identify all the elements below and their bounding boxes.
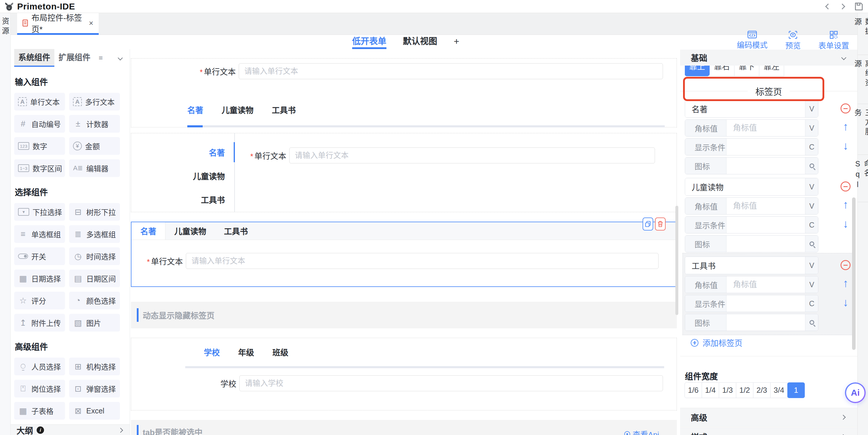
palette-item-time-picker[interactable]: ◷时间选择 [69,247,120,265]
advanced-section-header[interactable]: 高级 [680,408,857,427]
palette-item-post-select[interactable]: ⍞岗位选择 [14,380,65,398]
save-icon[interactable] [855,2,863,11]
expand-advanced-icon[interactable] [841,415,846,420]
palette-item-excel[interactable]: ⊠Excel [69,402,120,420]
icon-input[interactable] [726,236,805,252]
single-line-text-input[interactable] [289,148,655,163]
tab-reference-books[interactable]: 工具书 [215,222,257,240]
dock-third-party-services[interactable]: 三方服务 [858,104,868,155]
palette-item-amount[interactable]: ¥金额 [69,137,120,155]
palette-item-single-line-text[interactable]: A单行文本 [14,93,65,111]
palette-item-color-picker[interactable]: ◔颜色选择 [69,292,120,309]
tab-grade[interactable]: 年级 [238,346,254,358]
badge-value-input[interactable] [726,276,805,293]
dock-data-source[interactable]: 数据源 [858,13,868,55]
tab-name-input[interactable] [685,178,805,195]
basic-section-header[interactable]: 基础 [680,50,857,66]
tabs-widget-school[interactable]: 学校 年级 班级 学校 [131,338,677,410]
variable-suffix-button[interactable]: V [805,100,818,117]
variable-suffix-button[interactable]: V [805,120,818,136]
condition-input[interactable] [726,138,805,155]
position-bottom-button[interactable]: 靠下 [734,66,759,76]
move-tab-down-button[interactable]: ↓ [840,297,851,308]
palette-item-image[interactable]: ▧图片 [69,314,120,332]
move-tab-up-button[interactable]: ↑ [840,278,851,289]
palette-item-date-picker[interactable]: ▦日期选择 [14,270,65,287]
width-full-button[interactable]: 1 [787,382,805,398]
variable-suffix-button[interactable]: V [805,257,818,274]
palette-item-number[interactable]: 123数字 [14,137,65,155]
add-view-button[interactable]: + [454,35,459,49]
palette-item-attachment-upload[interactable]: ↥附件上传 [14,314,65,332]
palette-item-checkbox-group[interactable]: ≣多选框组 [69,225,120,243]
palette-item-editor[interactable]: A≣编辑器 [69,159,120,177]
style-section-header[interactable]: 样式 [680,427,857,435]
width-1-6-button[interactable]: 1/6 [685,382,702,398]
remove-tab-button[interactable] [840,182,851,191]
tab-school[interactable]: 学校 [204,346,220,358]
tab-reference-books[interactable]: 工具书 [272,104,296,116]
tab-name-input[interactable] [685,100,805,117]
outline-expand-icon[interactable] [118,428,123,433]
condition-suffix-button[interactable]: C [805,295,818,312]
move-tab-up-button[interactable]: ↑ [840,199,851,210]
file-tab[interactable]: 布局控件-标签页* × [17,13,99,35]
single-line-text-input[interactable] [186,253,658,269]
outline-bar[interactable]: 大纲 i [11,424,130,435]
remove-tab-button[interactable] [840,260,851,270]
icon-input[interactable] [726,157,805,174]
tabs-widget-left[interactable]: 名著 儿童读物 工具书 *单行文本 [131,133,677,212]
icon-input[interactable] [726,314,805,331]
move-tab-up-button[interactable]: ↑ [840,121,851,132]
tabs-widget-card-selected[interactable]: 名著 儿童读物 工具书 *单行文本 [131,222,677,287]
dock-resources[interactable]: 资源 [0,17,10,37]
move-tab-down-button[interactable]: ↓ [840,218,851,229]
width-3-4-button[interactable]: 3/4 [770,382,788,398]
tab-famous-books[interactable]: 名著 [187,104,203,116]
palette-item-switch[interactable]: 开关 [14,247,65,265]
icon-search-button[interactable] [805,157,818,174]
tab-reference-books[interactable]: 工具书 [131,188,234,211]
palette-item-person-select[interactable]: ⍜人员选择 [14,358,65,375]
dock-offline-resources[interactable]: 离线资源 [858,55,868,104]
copy-widget-button[interactable] [643,218,653,230]
icon-search-button[interactable] [805,236,818,252]
view-api-link[interactable]: 查看Api [624,429,659,435]
width-1-2-button[interactable]: 1/2 [736,382,753,398]
code-mode-button[interactable]: 编码模式 [737,31,768,51]
position-top-button[interactable]: 靠上 [685,66,710,76]
dock-named-sql[interactable]: 命名Sql [858,155,868,202]
tab-children-books[interactable]: 儿童读物 [222,104,253,116]
badge-value-input[interactable] [726,120,805,136]
tab-children-books[interactable]: 儿童读物 [165,222,215,240]
palette-item-popup-select[interactable]: ⊡弹窗选择 [69,380,120,398]
preview-button[interactable]: 预览 [785,31,801,51]
tabs-widget-top[interactable]: *单行文本 名著 儿童读物 工具书 [131,58,677,127]
palette-item-auto-number[interactable]: #自动编号 [14,115,65,133]
palette-item-rating[interactable]: ☆评分 [14,292,65,309]
tab-famous-books[interactable]: 名著 [131,141,234,164]
tab-default-view[interactable]: 默认视图 [403,35,437,49]
school-input[interactable] [239,375,663,391]
collapse-basic-icon[interactable] [841,55,846,60]
palette-item-org-select[interactable]: ⊞机构选择 [69,358,120,375]
tab-class[interactable]: 班级 [272,346,288,358]
palette-item-sub-table[interactable]: ▦子表格 [14,402,65,420]
condition-suffix-button[interactable]: C [805,217,818,233]
palette-item-date-range[interactable]: ▤日期区间 [69,270,120,287]
single-line-text-input[interactable] [239,63,663,79]
palette-item-counter[interactable]: ±计数器 [69,115,120,133]
condition-input[interactable] [726,295,805,312]
width-1-3-button[interactable]: 1/3 [719,382,736,398]
ai-assistant-button[interactable]: Ai [845,382,866,403]
tab-system-components[interactable]: 系统组件 [14,49,54,67]
width-1-4-button[interactable]: 1/4 [702,382,719,398]
move-tab-down-button[interactable]: ↓ [840,140,851,151]
variable-suffix-button[interactable]: V [805,178,818,195]
condition-suffix-button[interactable]: C [805,138,818,155]
width-2-3-button[interactable]: 2/3 [753,382,771,398]
palette-item-tree-dropdown[interactable]: ⊟树形下拉 [69,203,120,221]
delete-widget-button[interactable] [655,218,665,230]
condition-input[interactable] [726,217,805,233]
nav-forward-icon[interactable] [839,4,845,9]
